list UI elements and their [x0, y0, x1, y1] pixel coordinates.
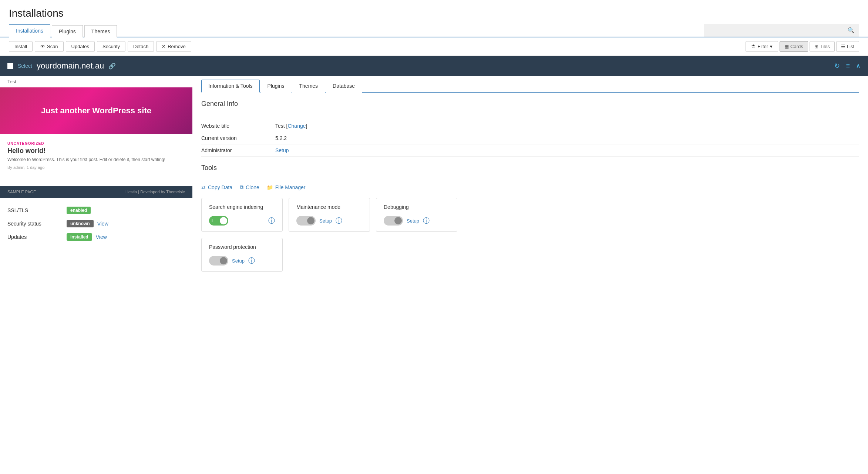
security-status-label: Security status — [7, 221, 67, 227]
maintenance-mode-title: Maintenance mode — [296, 204, 362, 210]
preview-hero-title: Just another WordPress site — [7, 106, 185, 116]
ssl-status-row: SSL/TLS enabled — [7, 204, 185, 217]
tab-plugins[interactable]: Plugins — [52, 25, 83, 37]
security-status-badge: unknown — [67, 220, 94, 227]
search-indexing-help-icon[interactable]: ⓘ — [268, 216, 275, 225]
list-icon: ☰ — [841, 44, 845, 49]
debugging-toggle[interactable] — [384, 216, 403, 226]
updates-badge: installed — [67, 233, 92, 241]
maintenance-toggle[interactable] — [296, 216, 316, 226]
password-protection-card: Password protection Setup ⓘ — [201, 238, 283, 272]
clone-action[interactable]: ⧉ Clone — [240, 184, 259, 190]
tiles-icon: ⊞ — [814, 44, 818, 49]
tools-actions: ⇄ Copy Data ⧉ Clone 📁 File Manager — [201, 184, 859, 190]
version-value: 5.2.2 — [275, 132, 859, 144]
website-title-label: Website title — [201, 120, 275, 132]
password-help-icon[interactable]: ⓘ — [248, 256, 255, 265]
refresh-icon[interactable]: ↻ — [834, 62, 840, 70]
updates-status-row: Updates installed View — [7, 230, 185, 244]
updates-button[interactable]: Updates — [66, 41, 95, 52]
menu-icon[interactable]: ≡ — [846, 62, 850, 70]
version-label: Current version — [201, 132, 275, 144]
password-setup-link[interactable]: Setup — [232, 258, 245, 264]
domain-name: yourdomain.net.au — [37, 61, 104, 71]
table-row: Website title Test [Change] — [201, 120, 859, 132]
preview-footer-right: Hestia | Developed by Themeisle — [125, 190, 185, 194]
clone-icon: ⧉ — [240, 184, 243, 190]
search-input[interactable] — [709, 24, 848, 37]
tab-info-tools[interactable]: Information & Tools — [201, 80, 260, 93]
general-info-title: General Info — [201, 100, 859, 108]
website-title-value: Test [Change] — [275, 120, 859, 132]
maintenance-setup-link[interactable]: Setup — [319, 218, 332, 224]
tab-inner-plugins[interactable]: Plugins — [260, 80, 292, 93]
close-icon: ✕ — [162, 44, 166, 49]
ssl-label: SSL/TLS — [7, 207, 67, 213]
chevron-down-icon: ▾ — [770, 44, 773, 49]
site-preview: Just another WordPress site UNCATEGORIZE… — [0, 87, 192, 198]
status-section: SSL/TLS enabled Security status unknown … — [0, 198, 192, 250]
domain-header: Select yourdomain.net.au 🔗 ↻ ≡ ∧ — [0, 56, 868, 76]
table-row: Current version 5.2.2 — [201, 132, 859, 144]
admin-label: Administrator — [201, 144, 275, 157]
link-icon[interactable]: 🔗 — [108, 63, 116, 70]
toolbar: Install 👁 Scan Updates Security Detach ✕… — [0, 37, 868, 56]
password-protection-title: Password protection — [209, 244, 275, 250]
updates-view-link[interactable]: View — [96, 234, 107, 240]
tools-title: Tools — [201, 164, 859, 172]
debugging-help-icon[interactable]: ⓘ — [423, 216, 430, 225]
preview-post-tag: UNCATEGORIZED — [7, 141, 185, 146]
search-indexing-title: Search engine indexing — [209, 204, 275, 210]
ssl-badge: enabled — [67, 207, 91, 214]
cards-view-button[interactable]: ▦ Cards — [780, 41, 808, 52]
maintenance-help-icon[interactable]: ⓘ — [336, 216, 342, 225]
preview-footer-left: SAMPLE PAGE — [7, 190, 36, 194]
domain-select-label[interactable]: Select — [18, 63, 32, 69]
preview-post-meta: By admin, 1 day ago — [7, 165, 185, 170]
setup-admin-link[interactable]: Setup — [275, 147, 289, 153]
tiles-view-button[interactable]: ⊞ Tiles — [810, 41, 835, 52]
cards-icon: ▦ — [784, 44, 789, 49]
debugging-title: Debugging — [384, 204, 450, 210]
filter-button[interactable]: ⚗ Filter ▾ — [746, 41, 778, 52]
folder-icon: 📁 — [267, 184, 273, 190]
domain-checkbox[interactable] — [7, 63, 13, 69]
list-view-button[interactable]: ☰ List — [836, 41, 859, 52]
change-link[interactable]: Change — [287, 123, 306, 129]
filter-icon: ⚗ — [751, 44, 756, 49]
security-status-row: Security status unknown View — [7, 217, 185, 230]
tab-database[interactable]: Database — [326, 80, 362, 93]
page-title: Installations — [9, 7, 859, 19]
info-table: Website title Test [Change] Current vers… — [201, 120, 859, 157]
inner-tabs: Information & Tools Plugins Themes Datab… — [201, 79, 859, 93]
search-indexing-card: Search engine indexing I ⓘ — [201, 198, 283, 232]
install-button[interactable]: Install — [9, 41, 33, 52]
security-button[interactable]: Security — [97, 41, 125, 52]
file-manager-action[interactable]: 📁 File Manager — [267, 184, 306, 190]
tab-themes[interactable]: Themes — [84, 25, 117, 37]
updates-label: Updates — [7, 234, 67, 240]
tab-installations[interactable]: Installations — [9, 24, 50, 37]
search-icon: 🔍 — [848, 27, 855, 34]
debugging-setup-link[interactable]: Setup — [407, 218, 419, 224]
preview-post-text: Welcome to WordPress. This is your first… — [7, 156, 185, 163]
site-label: Test — [0, 76, 192, 87]
toggle-cards: Search engine indexing I ⓘ — [201, 198, 859, 232]
chevron-up-icon[interactable]: ∧ — [856, 62, 861, 70]
password-protection-toggle[interactable] — [209, 256, 228, 266]
maintenance-mode-card: Maintenance mode Setup ⓘ — [289, 198, 370, 232]
copy-icon: ⇄ — [201, 184, 206, 190]
detach-button[interactable]: Detach — [128, 41, 154, 52]
debugging-card: Debugging Setup ⓘ — [376, 198, 457, 232]
scan-button[interactable]: 👁 Scan — [35, 41, 64, 52]
security-view-link[interactable]: View — [97, 221, 108, 227]
copy-data-action[interactable]: ⇄ Copy Data — [201, 184, 232, 190]
search-indexing-toggle[interactable]: I — [209, 216, 228, 226]
tab-inner-themes[interactable]: Themes — [292, 80, 325, 93]
table-row: Administrator Setup — [201, 144, 859, 157]
preview-post-title: Hello world! — [7, 147, 185, 155]
eye-icon: 👁 — [40, 44, 45, 49]
remove-button[interactable]: ✕ Remove — [156, 41, 191, 52]
admin-value: Setup — [275, 144, 859, 157]
